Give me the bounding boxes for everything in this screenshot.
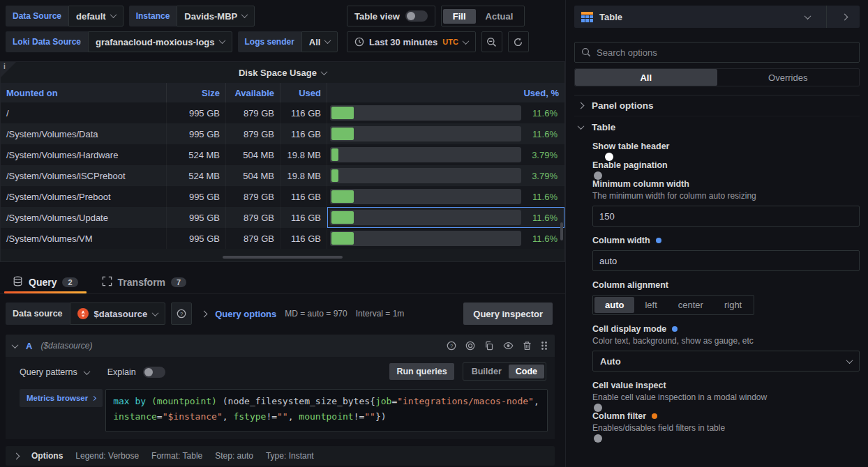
query-row-card: A ($datasource) ? Query patterns	[6, 335, 555, 439]
alignment-left-button[interactable]: left	[634, 297, 667, 313]
explain-label: Explain	[107, 367, 136, 377]
cell-value-inspect-label: Cell value inspect	[592, 381, 860, 390]
tab-all[interactable]: All	[575, 69, 717, 86]
table-row[interactable]: /System/Volumes/VM 995 GB 879 GB 116 GB …	[1, 228, 564, 249]
table-row[interactable]: /System/Volumes/Data 995 GB 879 GB 116 G…	[1, 123, 564, 144]
loki-data-source-dropdown[interactable]: grafanacloud-moxious-logs	[88, 31, 232, 52]
option-column-alignment: Column alignment auto left center right	[592, 280, 860, 315]
target-icon[interactable]	[465, 341, 475, 351]
alignment-right-button[interactable]: right	[714, 297, 752, 313]
column-alignment-label: Column alignment	[592, 280, 860, 290]
options-label[interactable]: Options	[31, 451, 63, 461]
cell-used: 19.8 MB	[280, 144, 327, 165]
app-root: Data Source default Instance Davids-MBP …	[0, 0, 868, 467]
main-column: Data Source default Instance Davids-MBP …	[0, 0, 565, 467]
chevron-right-icon	[91, 395, 96, 400]
gauge-track	[330, 189, 521, 204]
query-row-header[interactable]: A ($datasource) ?	[6, 335, 555, 357]
loki-data-source-value: grafanacloud-moxious-logs	[96, 37, 214, 47]
max-data-points-text: MD = auto = 970	[285, 309, 347, 319]
builder-code-group: Builder Code	[463, 362, 546, 381]
table-row[interactable]: /System/Volumes/Update 995 GB 879 GB 116…	[1, 207, 564, 228]
logs-sender-dropdown[interactable]: All	[301, 31, 338, 52]
datasource-value: $datasource	[94, 309, 148, 319]
gauge-fill	[331, 169, 338, 182]
chevron-down-icon	[241, 11, 248, 18]
svg-text:?: ?	[180, 311, 183, 317]
collapse-pane-button[interactable]	[833, 6, 857, 28]
tab-query[interactable]: Query 2	[10, 270, 81, 293]
copy-icon[interactable]	[484, 341, 494, 351]
chevron-right-icon[interactable]	[201, 310, 208, 317]
modified-indicator-dot	[656, 238, 661, 243]
tab-transform-label: Transform	[118, 277, 165, 288]
query-inspector-button[interactable]: Query inspector	[463, 303, 553, 325]
column-header-available[interactable]: Available	[226, 83, 280, 102]
builder-button[interactable]: Builder	[465, 365, 509, 378]
tab-overrides[interactable]: Overrides	[717, 69, 860, 86]
panel-title-menu[interactable]: Disk Space Usage	[1, 62, 564, 83]
zoom-out-button[interactable]	[481, 31, 502, 52]
eye-icon[interactable]	[503, 341, 514, 351]
promql-code-editor[interactable]: max by (mountpoint) (node_filesystem_siz…	[105, 389, 548, 432]
table-view-toggle[interactable]	[405, 10, 428, 22]
vertical-scrollbar-thumb[interactable]	[560, 222, 563, 240]
metrics-browser-button[interactable]: Metrics browser	[20, 389, 103, 407]
min-column-width-input[interactable]	[592, 206, 860, 227]
logs-sender-value: All	[309, 37, 321, 47]
search-options-input[interactable]	[597, 47, 853, 58]
run-queries-button[interactable]: Run queries	[389, 363, 454, 380]
trash-icon[interactable]	[523, 341, 532, 351]
table-row[interactable]: /System/Volumes/Preboot 995 GB 879 GB 11…	[1, 186, 564, 207]
instance-dropdown[interactable]: Davids-MBP	[177, 6, 255, 26]
search-icon	[581, 47, 591, 57]
query-patterns-dropdown[interactable]: Query patterns	[20, 367, 89, 377]
toolbar-row-1: Data Source default Instance Davids-MBP …	[6, 6, 565, 26]
cell-display-mode-select[interactable]: Auto	[592, 351, 860, 372]
column-header-used[interactable]: Used	[280, 83, 327, 102]
datasource-dropdown[interactable]: $datasource	[70, 303, 166, 325]
table-section[interactable]: Table	[574, 116, 860, 137]
column-header-mounted-on[interactable]: Mounted on	[1, 83, 167, 102]
panel-info-corner[interactable]: i	[1, 62, 16, 77]
column-width-input[interactable]	[592, 250, 860, 271]
explain-toggle[interactable]	[143, 367, 165, 378]
tab-transform[interactable]: Transform 7	[99, 270, 190, 293]
query-options-link[interactable]: Query options	[215, 309, 276, 319]
help-icon[interactable]: ?	[447, 341, 456, 351]
zoom-out-icon	[486, 37, 497, 47]
refresh-button[interactable]	[508, 31, 529, 52]
horizontal-scrollbar-thumb[interactable]	[223, 256, 343, 259]
visualization-picker[interactable]: Table	[574, 6, 860, 28]
cell-used: 116 GB	[280, 228, 327, 249]
alignment-auto-button[interactable]: auto	[594, 297, 634, 313]
legend-setting: Legend: Verbose	[75, 451, 139, 461]
actual-button[interactable]: Actual	[476, 9, 523, 24]
code-button[interactable]: Code	[509, 365, 544, 378]
column-header-size[interactable]: Size	[167, 83, 226, 102]
column-filter-desc: Enables/disables field filters in table	[592, 423, 860, 433]
table-row[interactable]: /System/Volumes/iSCPreboot 524 MB 504 MB…	[1, 165, 564, 186]
column-header-used-pct[interactable]: Used, %	[327, 83, 564, 102]
table-viz-icon	[581, 12, 593, 22]
alignment-center-button[interactable]: center	[668, 297, 714, 313]
fill-actual-group: Fill Actual	[441, 6, 525, 26]
tab-query-label: Query	[29, 277, 57, 288]
transform-icon	[102, 276, 112, 289]
loki-data-source-label: Loki Data Source	[6, 31, 88, 52]
datasource-help-button[interactable]: ?	[171, 303, 192, 325]
panel-options-section[interactable]: Panel options	[574, 95, 860, 116]
query-count-badge: 2	[62, 277, 77, 287]
table-row[interactable]: / 995 GB 879 GB 116 GB 11.6%	[1, 102, 564, 123]
collapse-chevron-icon[interactable]	[12, 342, 19, 349]
time-range-picker[interactable]: Last 30 minutes UTC	[347, 31, 476, 52]
chevron-right-icon[interactable]	[13, 452, 20, 459]
option-column-width: Column width	[592, 236, 860, 271]
drag-handle-icon[interactable]	[541, 341, 548, 351]
fill-button[interactable]: Fill	[443, 9, 476, 24]
logs-sender-label: Logs sender	[238, 31, 301, 52]
data-source-dropdown[interactable]: default	[68, 6, 124, 26]
chevron-down-icon	[218, 37, 225, 44]
cell-used-pct-gauge: 3.79%	[327, 144, 564, 165]
table-row[interactable]: /System/Volumes/Hardware 524 MB 504 MB 1…	[1, 144, 564, 165]
